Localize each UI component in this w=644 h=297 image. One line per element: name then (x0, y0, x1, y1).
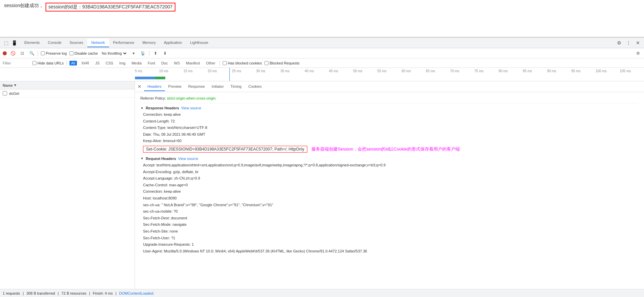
tab-memory[interactable]: Memory (138, 38, 160, 47)
timeline-cursor (229, 68, 230, 81)
req-header-accept-language: Accept-Language: zh-CN,zh;q=0.9 (140, 175, 639, 182)
blocked-requests-label[interactable]: Blocked Requests (264, 61, 300, 65)
timeline-label-75ms: 75 ms (474, 69, 499, 73)
filter-icon[interactable]: ⊡ (19, 50, 26, 57)
throttle-dropdown-icon[interactable]: ▾ (130, 50, 137, 57)
tab-cookies[interactable]: Cookies (245, 82, 265, 91)
resp-header-date: Date: Thu, 08 Jul 2021 06:46:40 GMT (140, 131, 639, 138)
timeline-bar: 5 ms 10 ms 15 ms 20 ms 25 ms 30 ms 35 ms… (0, 68, 644, 81)
tab-application[interactable]: Application (160, 38, 186, 47)
tab-elements[interactable]: Elements (20, 38, 44, 47)
hide-data-urls-label[interactable]: Hide data URLs (32, 61, 64, 65)
preserve-log-label[interactable]: Preserve log (41, 51, 67, 55)
session-prefix: session创建成功， (4, 3, 44, 9)
import-har-icon[interactable]: ⬆ (152, 50, 159, 57)
filter-img[interactable]: Img (118, 61, 127, 65)
tab-preview[interactable]: Preview (165, 82, 185, 91)
progress-green (155, 77, 165, 79)
devtools-tabs: ⬚ 📱 Elements Console Sources Network Per… (0, 37, 644, 48)
tab-sources[interactable]: Sources (65, 38, 87, 47)
filter-js[interactable]: JS (93, 61, 101, 65)
filter-doc[interactable]: Doc (160, 61, 170, 65)
filter-all-active[interactable]: All (69, 61, 77, 65)
resp-header-keep-alive: Keep-Alive: timeout=60 (140, 138, 639, 144)
has-blocked-cookies-label[interactable]: Has blocked cookies (223, 61, 262, 65)
response-headers-section: ▼ Response Headers View source Connectio… (140, 106, 639, 154)
disable-cache-label[interactable]: Disable cache (69, 51, 98, 55)
settings-icon[interactable]: ⚙ (616, 39, 622, 46)
filter-other[interactable]: Other (204, 61, 217, 65)
more-options-icon[interactable]: ⋮ (625, 39, 632, 46)
hide-data-urls-checkbox[interactable] (32, 61, 36, 65)
req-header-upgrade: Upgrade-Insecure-Requests: 1 (140, 241, 639, 248)
timeline-label-95ms: 95 ms (571, 69, 595, 73)
status-separator-1: | (23, 291, 24, 295)
status-requests: 1 requests (3, 291, 20, 295)
timeline-label-65ms: 65 ms (426, 69, 450, 73)
progress-blue (135, 77, 155, 79)
tab-lighthouse[interactable]: Lighthouse (186, 38, 212, 47)
timeline-label-60ms: 60 ms (401, 69, 426, 73)
devtools-tabs-left: ⬚ 📱 Elements Console Sources Network Per… (3, 38, 212, 47)
timeline-label-80ms: 80 ms (499, 69, 523, 73)
tab-initiator[interactable]: Initiator (208, 82, 227, 91)
response-view-source[interactable]: View source (181, 106, 201, 110)
filter-css[interactable]: CSS (104, 61, 115, 65)
tab-network[interactable]: Network (87, 38, 109, 47)
close-devtools-icon[interactable]: ✕ (635, 39, 641, 46)
network-toolbar: 🚫 ⊡ 🔍 Preserve log Disable cache No thro… (0, 48, 644, 58)
status-dom-content-loaded[interactable]: DOMContentLoaded: (119, 291, 154, 295)
request-item-doget[interactable]: doGet (0, 89, 135, 98)
device-toolbar-icon[interactable]: 📱 (11, 39, 18, 46)
req-header-host: Host: localhost:8090 (140, 195, 639, 202)
request-view-source[interactable]: View source (178, 157, 198, 161)
search-icon[interactable]: 🔍 (28, 50, 35, 57)
filter-manifest[interactable]: Manifest (184, 61, 202, 65)
req-header-sec-ch-ua: sec-ch-ua: " Not;A Brand";v="99", "Googl… (140, 202, 639, 209)
disable-cache-checkbox[interactable] (69, 51, 74, 55)
timeline-label-20ms: 20 ms (208, 69, 232, 73)
filter-media[interactable]: Media (130, 61, 143, 65)
preserve-log-checkbox[interactable] (41, 51, 45, 55)
inspect-icon[interactable]: ⬚ (3, 39, 9, 46)
filter-font[interactable]: Font (146, 61, 157, 65)
timeline-progress (135, 76, 165, 80)
filter-input[interactable] (3, 61, 30, 65)
req-header-cache-control: Cache-Control: max-age=0 (140, 182, 639, 189)
req-header-sec-fetch-dest: Sec-Fetch-Dest: document (140, 215, 639, 222)
blocked-requests-checkbox[interactable] (264, 61, 269, 65)
tab-console[interactable]: Console (44, 38, 65, 47)
resp-header-content-type: Content-Type: text/html;charset=UTF-8 (140, 125, 639, 131)
network-conditions-icon[interactable]: 📡 (140, 50, 146, 57)
close-panel-icon[interactable]: ✕ (138, 84, 141, 89)
tab-headers[interactable]: Headers (144, 82, 165, 91)
tab-performance[interactable]: Performance (109, 38, 138, 47)
request-headers-title: ▼ Request Headers View source (140, 157, 639, 161)
request-items: doGet (0, 89, 135, 289)
tab-timing[interactable]: Timing (227, 82, 245, 91)
export-har-icon[interactable]: ⬇ (162, 50, 168, 57)
request-item-checkbox[interactable] (3, 91, 7, 96)
devtools-settings-icon[interactable]: ⚙ (635, 50, 641, 57)
tab-response[interactable]: Response (185, 82, 208, 91)
timeline-label-40ms: 40 ms (305, 69, 329, 73)
request-triangle-icon: ▼ (140, 157, 144, 160)
req-header-sec-ch-ua-mobile: sec-ch-ua-mobile: ?0 (140, 208, 639, 215)
header-tabs: ✕ Headers Preview Response Initiator Tim… (135, 81, 644, 92)
timeline-label-105ms: 105 ms (620, 69, 644, 73)
status-bar: 1 requests | 308 B transferred | 72 B re… (0, 289, 644, 297)
timeline-label-70ms: 70 ms (450, 69, 474, 73)
request-headers-section: ▼ Request Headers View source Accept: te… (140, 157, 639, 254)
request-headers-label: Request Headers (146, 157, 176, 161)
filter-xhr[interactable]: XHR (80, 61, 91, 65)
timeline-label-30ms: 30 ms (256, 69, 280, 73)
has-blocked-cookies-checkbox[interactable] (223, 61, 227, 65)
filter-ws[interactable]: WS (172, 61, 181, 65)
response-headers-label: Response Headers (146, 106, 179, 110)
throttle-select[interactable]: No throttling (101, 51, 128, 56)
headers-content: Referrer Policy: strict-origin-when-cros… (135, 92, 644, 289)
clear-button[interactable]: 🚫 (9, 50, 16, 57)
timeline-label-50ms: 50 ms (353, 69, 377, 73)
record-button[interactable] (3, 51, 7, 55)
request-list-header: Name ▾ (0, 81, 135, 89)
